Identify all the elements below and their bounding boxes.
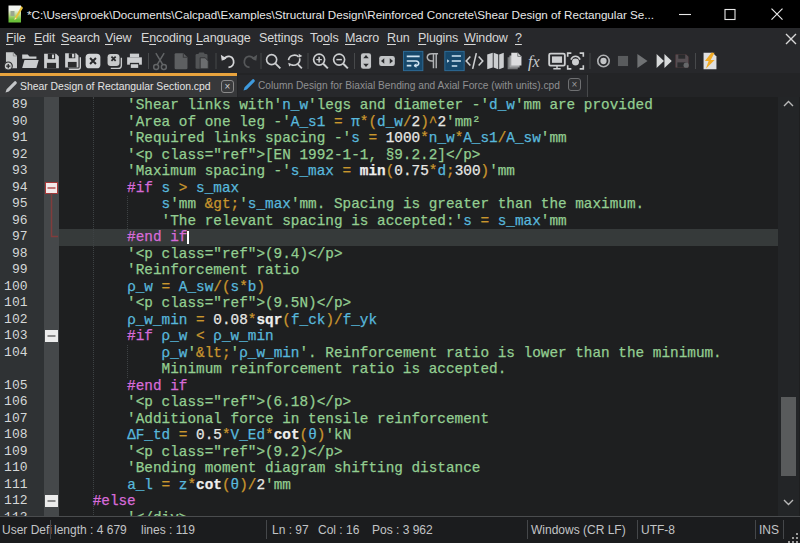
svg-text:fx: fx [528,53,540,71]
